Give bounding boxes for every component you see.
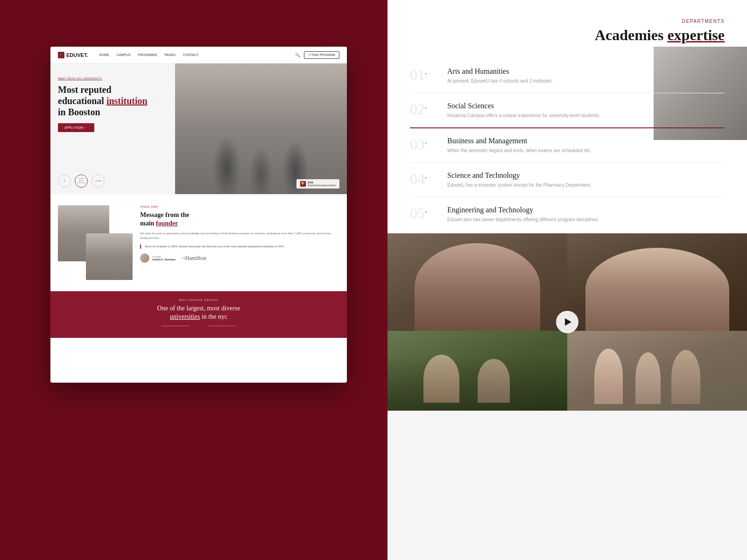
departments-title: Academies expertise <box>410 27 725 44</box>
logo-icon: 🎓 <box>58 52 64 58</box>
award-badge: 🏆 2009 Toward Education Award <box>296 179 339 189</box>
dept-number-2: 02. <box>410 102 438 117</box>
nav-pages[interactable]: PAGES. <box>164 53 176 56</box>
quote-text: Since its inception in 2001, Eduvet Univ… <box>145 245 339 249</box>
hero-content: MEET WITH #01 UNIVERSITY Most reputed ed… <box>58 73 200 132</box>
award-icon: 🏆 <box>300 181 306 187</box>
campus-photo-2 <box>567 331 747 411</box>
hero-students-image <box>175 63 347 194</box>
nav-home[interactable]: HOME. <box>99 53 110 56</box>
hero-title-part2: educational <box>58 96 106 106</box>
departments-section: DEPARTMENTS Academies expertise 01. Arts… <box>388 0 747 233</box>
dept-number-5: 05. <box>410 206 438 221</box>
dept-info-3: Business and Management When the semeste… <box>447 137 725 154</box>
signature: ~Hamilton <box>182 255 206 262</box>
logo-text: EDUVET. <box>66 52 88 58</box>
award-text: Toward Education Award <box>308 184 336 187</box>
about-photos <box>58 205 133 280</box>
badge-award-2: HYPERBEST★★★★★ <box>75 175 88 188</box>
dept-title-text: Academies <box>595 27 668 43</box>
dept-item-2[interactable]: 02. Social Sciences Hosanna Campus offer… <box>410 93 725 128</box>
site-navigation: 🎓 EDUVET. HOME. CAMPUS. PROGRAMS. PAGES.… <box>50 47 347 63</box>
site-logo[interactable]: 🎓 EDUVET. <box>58 52 88 58</box>
hero-section: MEET WITH #01 UNIVERSITY Most reputed ed… <box>50 63 347 194</box>
cta-dividers <box>58 326 339 326</box>
dept-desc-4: EduvetL has a trimester system except fo… <box>447 182 725 189</box>
nav-links: HOME. CAMPUS. PROGRAMS. PAGES. CONTACT. <box>99 53 199 56</box>
dept-info-2: Social Sciences Hosanna Campus offers a … <box>447 102 725 119</box>
departments-list: 01. Arts and Humanities At present, Eduv… <box>410 59 725 231</box>
nav-right: 🔍 ↗ FIND PROGRAM <box>295 51 339 59</box>
about-text: We have focused on generating new knowle… <box>140 231 339 240</box>
right-panel: DEPARTMENTS Academies expertise 01. Arts… <box>388 0 747 560</box>
dept-name-5: Engineering and Technology <box>447 206 725 214</box>
dept-title-highlight: expertise <box>667 27 725 43</box>
student-silhouette <box>175 63 347 194</box>
dept-desc-1: At present, EduvetU has 4 schools and 3 … <box>447 77 725 84</box>
departments-label: DEPARTMENTS <box>410 19 725 24</box>
dept-item-1[interactable]: 01. Arts and Humanities At present, Eduv… <box>410 59 725 93</box>
website-preview: 🎓 EDUVET. HOME. CAMPUS. PROGRAMS. PAGES.… <box>50 47 347 383</box>
cta-divider-right <box>208 326 236 326</box>
founder-label: Founder <box>152 255 176 258</box>
dept-desc-2: Hosanna Campus offers a unique experienc… <box>447 112 725 119</box>
nav-contact[interactable]: CONTACT. <box>183 53 199 56</box>
nav-programs[interactable]: PROGRAMS. <box>138 53 158 56</box>
cta-title: One of the largest, most diverse univers… <box>58 304 339 321</box>
hero-tag: MEET WITH #01 UNIVERSITY <box>58 77 102 80</box>
founder-avatar <box>140 253 149 263</box>
play-button[interactable] <box>556 311 578 333</box>
student-photo-2 <box>567 233 747 331</box>
hero-title-highlight: institution <box>106 96 148 106</box>
follow-us-label: FOLLOW US <box>333 120 336 138</box>
hero-background-image <box>175 63 347 194</box>
dept-number-4: 04. <box>410 171 438 186</box>
search-icon[interactable]: 🔍 <box>295 53 300 57</box>
award-info: 2009 Toward Education Award <box>308 181 336 187</box>
dept-name-4: Science and Technology <box>447 171 725 180</box>
overview-section: overview <box>388 233 747 411</box>
bottom-filler <box>388 411 747 560</box>
campus-photo-1 <box>388 331 567 411</box>
hero-title-part1: Most reputed <box>58 84 112 95</box>
dept-desc-5: Eduvet also has seven departments offeri… <box>447 216 725 223</box>
cta-section: WHY CHOOSE EDUVET One of the largest, mo… <box>50 291 347 338</box>
badge-award-1: ⚜ <box>58 175 71 188</box>
dept-number-1: 01. <box>410 67 438 82</box>
badge-award-3: ULTRA <box>92 175 105 188</box>
dept-item-4[interactable]: 04. Science and Technology EduvetL has a… <box>410 163 725 197</box>
people-photo-2 <box>86 233 133 280</box>
dept-info-5: Engineering and Technology Eduvet also h… <box>447 206 725 223</box>
about-content: SINCE 1890 Message from themain founder … <box>140 205 339 280</box>
student-photo-1 <box>388 233 567 331</box>
about-title: Message from themain founder <box>140 211 339 228</box>
dept-info-4: Science and Technology EduvetL has a tri… <box>447 171 725 189</box>
dept-desc-3: When the semester begins and ends, when … <box>447 147 725 154</box>
quote-block: Since its inception in 2001, Eduvet Univ… <box>140 245 339 249</box>
founder-name: Amelia K. Hamilton <box>152 258 176 261</box>
play-icon <box>565 318 571 326</box>
dept-info-1: Arts and Humanities At present, EduvetU … <box>447 67 725 84</box>
dept-name-3: Business and Management <box>447 137 725 145</box>
bottom-campus-photos <box>388 331 747 411</box>
since-tag: SINCE 1890 <box>140 205 339 208</box>
apply-now-button[interactable]: APPLY NOW → <box>58 123 94 132</box>
hero-badges: ⚜ HYPERBEST★★★★★ ULTRA <box>58 175 105 188</box>
find-program-button[interactable]: ↗ FIND PROGRAM <box>304 51 339 59</box>
hero-title-part3: in Booston <box>58 107 100 117</box>
dept-item-3[interactable]: 03. Business and Management When the sem… <box>410 128 725 163</box>
cta-title-highlight: universities <box>170 313 200 320</box>
dept-item-5[interactable]: 05. Engineering and Technology Eduvet al… <box>410 197 725 231</box>
cta-divider-left <box>162 326 190 326</box>
dept-number-3: 03. <box>410 137 438 152</box>
hero-title: Most reputed educational institution in … <box>58 84 200 118</box>
founder-link[interactable]: founder <box>156 220 178 227</box>
nav-campus[interactable]: CAMPUS. <box>116 53 131 56</box>
cta-title-main: One of the largest, most diverse <box>157 305 240 312</box>
overview-background: overview <box>388 233 747 411</box>
dept-name-2: Social Sciences <box>447 102 725 110</box>
photo-people-2 <box>86 233 133 280</box>
dept-name-1: Arts and Humanities <box>447 67 725 76</box>
founder-signature-block: Founder Amelia K. Hamilton ~Hamilton <box>140 253 339 263</box>
founder-info: Founder Amelia K. Hamilton <box>152 255 176 261</box>
